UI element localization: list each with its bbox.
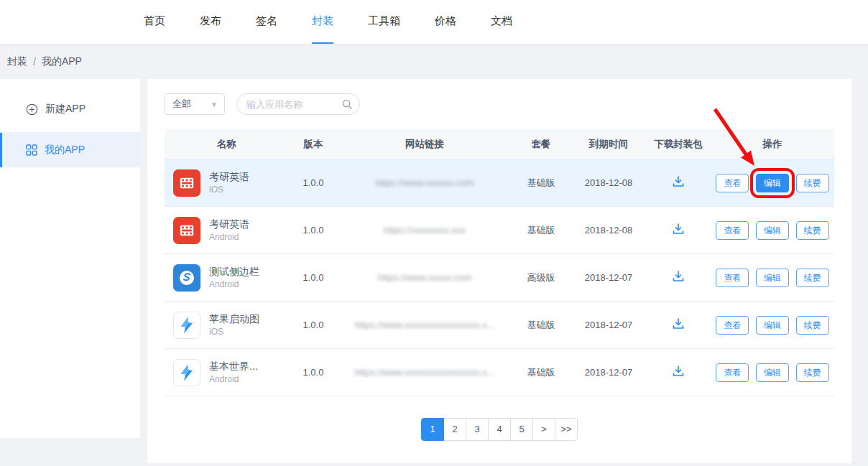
app-name: 基本世界...	[209, 360, 258, 373]
view-button[interactable]: 查看	[716, 221, 749, 240]
renew-button[interactable]: 续费	[796, 316, 829, 335]
table-row[interactable]: 苹果启动图 iOS 1.0.0 https://www.xxxxxxxxxxxx…	[165, 302, 834, 349]
pagination-next-icon[interactable]: >	[532, 418, 555, 441]
view-button[interactable]: 查看	[716, 269, 749, 287]
top-nav: 首页 发布 签名 封装 工具箱 价格 文档	[0, 0, 868, 45]
pagination-page-2[interactable]: 2	[443, 418, 466, 441]
edit-button[interactable]: 编辑	[756, 174, 789, 192]
col-header-download: 下载封装包	[646, 138, 711, 151]
renew-button[interactable]: 续费	[796, 221, 829, 240]
pagination-page-5[interactable]: 5	[510, 418, 533, 441]
sidebar-item-label: 新建APP	[45, 103, 86, 116]
expiry-date: 2018-12-07	[571, 320, 646, 330]
nav-item-sign[interactable]: 签名	[256, 0, 277, 44]
app-name: 考研英语	[209, 170, 249, 184]
expiry-date: 2018-12-07	[571, 272, 646, 283]
download-icon[interactable]	[671, 222, 685, 236]
nav-item-toolbox[interactable]: 工具箱	[368, 0, 400, 44]
filter-value: 全部	[172, 98, 191, 111]
table-row[interactable]: 考研英语 iOS 1.0.0 https://www.xxxxxx.com 基础…	[165, 159, 834, 207]
app-version: 1.0.0	[288, 320, 338, 330]
toolbar: 全部 ▼	[165, 93, 834, 115]
col-header-name: 名称	[165, 138, 288, 151]
col-header-version: 版本	[288, 138, 338, 151]
renew-button[interactable]: 续费	[796, 269, 829, 287]
pagination-page-3[interactable]: 3	[466, 418, 489, 441]
grid-icon	[26, 144, 37, 156]
app-platform: Android	[209, 279, 259, 290]
col-header-expiry: 到期时间	[571, 138, 646, 151]
nav-item-package[interactable]: 封装	[312, 0, 333, 44]
edit-button[interactable]: 编辑	[756, 221, 789, 240]
app-plan: 基础版	[511, 177, 571, 190]
table-row[interactable]: 基本世界... Android 1.0.0 https://www.xxxxxx…	[165, 349, 834, 396]
breadcrumb-separator: /	[33, 56, 36, 67]
film-app-icon	[173, 217, 200, 244]
view-button[interactable]: 查看	[716, 363, 749, 382]
app-name: 测试侧边栏	[209, 265, 259, 279]
site-url: https://xxxxxxxx.xxx	[384, 225, 466, 236]
edit-button[interactable]: 编辑	[756, 363, 789, 382]
expiry-date: 2018-12-08	[571, 225, 646, 236]
app-plan: 基础版	[511, 366, 571, 379]
expiry-date: 2018-12-08	[571, 177, 646, 188]
sidebar: 新建APP 我的APP	[0, 79, 140, 438]
chevron-down-icon: ▼	[211, 101, 218, 108]
search-icon[interactable]	[341, 98, 353, 110]
download-icon[interactable]	[671, 317, 685, 331]
col-header-actions: 操作	[711, 138, 834, 151]
pagination-page-4[interactable]: 4	[488, 418, 511, 441]
app-table: 名称 版本 网站链接 套餐 到期时间 下载封装包 操作 考研英语 iOS 1.0…	[165, 129, 834, 396]
film-app-icon	[173, 169, 200, 197]
nav-item-home[interactable]: 首页	[144, 0, 165, 44]
app-version: 1.0.0	[288, 272, 338, 283]
pagination-page-1[interactable]: 1	[421, 418, 444, 441]
download-icon[interactable]	[671, 364, 685, 378]
sidebar-item-my-app[interactable]: 我的APP	[0, 133, 140, 167]
col-header-plan: 套餐	[511, 138, 571, 151]
table-row[interactable]: 测试侧边栏 Android 1.0.0 https://www.xxxxx.co…	[165, 254, 834, 302]
filter-dropdown[interactable]: 全部 ▼	[165, 93, 225, 115]
app-name: 苹果启动图	[209, 312, 259, 326]
download-icon[interactable]	[671, 174, 685, 189]
app-plan: 基础版	[511, 319, 571, 332]
download-icon[interactable]	[671, 269, 685, 284]
flash-app-icon	[173, 312, 200, 339]
table-body: 考研英语 iOS 1.0.0 https://www.xxxxxx.com 基础…	[165, 159, 834, 396]
sidebar-item-label: 我的APP	[45, 144, 85, 157]
view-button[interactable]: 查看	[716, 316, 749, 335]
nav-item-price[interactable]: 价格	[435, 0, 456, 44]
renew-button[interactable]: 续费	[796, 174, 829, 192]
col-header-url: 网站链接	[338, 138, 511, 151]
app-name: 考研英语	[209, 218, 249, 231]
breadcrumb-current: 我的APP	[42, 55, 82, 68]
search-box	[236, 93, 360, 115]
nav-item-docs[interactable]: 文档	[491, 0, 512, 44]
app-platform: iOS	[209, 326, 259, 337]
pagination-last-icon[interactable]: >>	[555, 418, 578, 441]
site-url: https://www.xxxxxxxxxxxxxxxx.x...	[354, 367, 494, 378]
sidebar-item-new-app[interactable]: 新建APP	[0, 93, 140, 125]
expiry-date: 2018-12-07	[571, 367, 646, 378]
table-row[interactable]: 考研英语 Android 1.0.0 https://xxxxxxxx.xxx …	[165, 207, 834, 254]
app-platform: Android	[209, 373, 258, 385]
main-panel: 全部 ▼ 名称 版本 网站链接 套餐 到期时间 下载封装包 操作 考研英语	[147, 79, 851, 463]
app-version: 1.0.0	[288, 367, 338, 378]
app-version: 1.0.0	[288, 225, 338, 236]
app-version: 1.0.0	[288, 177, 338, 188]
edit-button[interactable]: 编辑	[756, 269, 789, 287]
pagination: 1 2 3 4 5 > >>	[165, 418, 834, 441]
view-button[interactable]: 查看	[716, 174, 749, 192]
edit-button[interactable]: 编辑	[756, 316, 789, 335]
flash-app-icon	[173, 359, 200, 386]
plus-circle-icon	[26, 103, 38, 116]
app-platform: Android	[209, 231, 249, 243]
renew-button[interactable]: 续费	[796, 363, 829, 382]
breadcrumb: 封装 / 我的APP	[0, 45, 868, 79]
breadcrumb-section[interactable]: 封装	[7, 55, 27, 68]
nav-item-publish[interactable]: 发布	[200, 0, 221, 44]
table-header: 名称 版本 网站链接 套餐 到期时间 下载封装包 操作	[165, 129, 834, 159]
app-platform: iOS	[209, 184, 249, 195]
app-plan: 高级版	[511, 271, 571, 284]
site-url: https://www.xxxxxx.com	[375, 177, 474, 188]
